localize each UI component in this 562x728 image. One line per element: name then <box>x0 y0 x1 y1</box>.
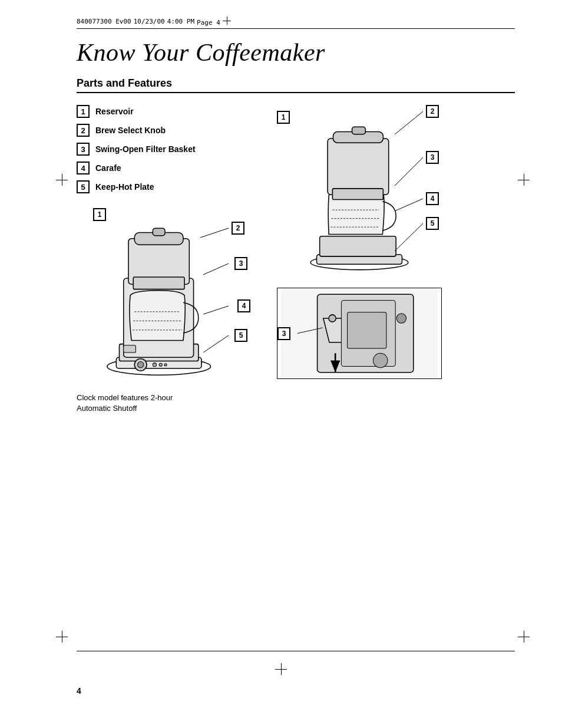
part-number-2: 2 <box>77 124 90 137</box>
registration-mark-right <box>518 174 530 186</box>
left-column: 1 Reservoir 2 Brew Select Knob 3 Swing-O… <box>77 105 265 414</box>
doc-page: Page 4 <box>197 17 231 27</box>
callout-2-left: 2 <box>232 222 244 235</box>
part-number-3: 3 <box>77 143 90 156</box>
doc-date: 10/23/00 <box>134 18 165 25</box>
list-item: 1 Reservoir <box>77 105 265 118</box>
right-bottom-illustration: 3 <box>277 288 442 379</box>
svg-point-43 <box>396 314 406 323</box>
part-label-3: Swing-Open Filter Basket <box>95 144 196 154</box>
svg-point-6 <box>159 363 162 366</box>
coffeemaker-svg-right-top <box>277 105 442 276</box>
part-number-1: 1 <box>77 105 90 118</box>
callout-3-right-top: 3 <box>426 151 439 164</box>
page-header: 840077300 Ev00 10/23/00 4:00 PM Page 4 <box>77 17 231 27</box>
callout-4-left: 4 <box>237 299 250 312</box>
registration-mark-left <box>56 174 68 186</box>
callout-3-left: 3 <box>234 257 247 270</box>
svg-point-5 <box>153 363 156 367</box>
registration-mark-bottom-center <box>275 663 287 675</box>
section-heading: Parts and Features <box>77 77 515 93</box>
callout-5-right-top: 5 <box>426 217 439 230</box>
svg-rect-16 <box>124 345 136 353</box>
svg-rect-15 <box>133 277 184 289</box>
svg-rect-29 <box>352 127 366 134</box>
svg-rect-23 <box>320 236 396 256</box>
part-label-2: Brew Select Knob <box>95 126 166 135</box>
parts-list: 1 Reservoir 2 Brew Select Knob 3 Swing-O… <box>77 105 265 193</box>
coffeemaker-svg-left <box>77 205 253 388</box>
svg-rect-30 <box>332 189 383 200</box>
filter-basket-svg <box>277 288 441 378</box>
left-coffeemaker-illustration: 2 1 3 4 5 <box>77 205 253 388</box>
callout-4-right-top: 4 <box>426 192 439 205</box>
callout-5-left: 5 <box>234 329 247 342</box>
part-number-5: 5 <box>77 180 90 193</box>
part-number-4: 4 <box>77 162 90 174</box>
callout-2-right-top: 2 <box>426 105 439 118</box>
top-rule <box>77 28 515 29</box>
list-item: 5 Keep-Hot Plate <box>77 180 265 193</box>
registration-mark-bottom-right <box>518 631 530 643</box>
callout-1-left: 1 <box>93 208 106 221</box>
top-left-rule <box>77 28 94 29</box>
list-item: 4 Carafe <box>77 162 265 174</box>
doc-id: 840077300 Ev00 <box>77 18 131 25</box>
page-title: Know Your Coffeemaker <box>77 38 515 67</box>
part-label-5: Keep-Hot Plate <box>95 182 154 192</box>
right-top-illustration: 2 1 3 4 5 <box>277 105 442 276</box>
svg-point-4 <box>138 362 144 368</box>
page-content: Know Your Coffeemaker Parts and Features… <box>77 38 515 414</box>
callout-1-right-top: 1 <box>277 111 290 124</box>
callout-3-right-bottom: 3 <box>277 327 290 340</box>
content-columns: 1 Reservoir 2 Brew Select Knob 3 Swing-O… <box>77 105 515 414</box>
doc-time: 4:00 PM <box>167 18 194 25</box>
top-right-rule <box>497 28 515 29</box>
right-column: 2 1 3 4 5 <box>277 105 515 414</box>
page-number: 4 <box>77 686 81 696</box>
registration-mark-bottom-left <box>56 631 68 643</box>
svg-rect-41 <box>348 312 386 348</box>
svg-point-42 <box>373 353 387 367</box>
svg-rect-14 <box>153 228 165 235</box>
part-label-4: Carafe <box>95 163 121 173</box>
svg-point-7 <box>164 364 167 366</box>
list-item: 2 Brew Select Knob <box>77 124 265 137</box>
bottom-rule <box>77 651 515 651</box>
caption-text: Clock model features 2-hour Automatic Sh… <box>77 393 265 414</box>
list-item: 3 Swing-Open Filter Basket <box>77 143 265 156</box>
svg-rect-27 <box>328 139 389 195</box>
part-label-1: Reservoir <box>95 107 134 116</box>
svg-point-37 <box>329 315 336 322</box>
